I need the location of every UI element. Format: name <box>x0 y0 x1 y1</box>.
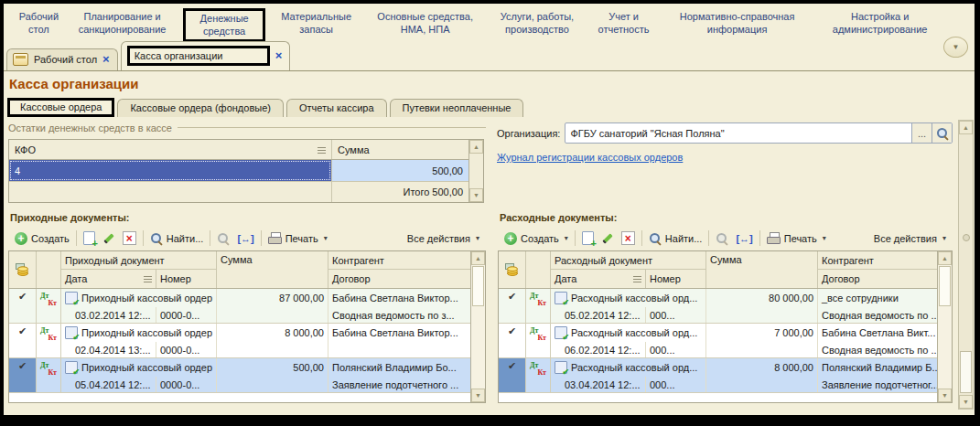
table-row[interactable]: ✔ ДтКт Расходный кассовый орд... 03.04.2… <box>499 358 937 393</box>
scroll-thumb[interactable] <box>472 266 484 306</box>
income-table: Приходный документ Дата Номер Сумма Конт… <box>8 250 486 403</box>
search-icon <box>150 232 163 245</box>
ellipsis-button[interactable]: ... <box>911 123 932 143</box>
table-row[interactable]: ✔ ДтКт Приходный кассовый ордер 03.02.20… <box>9 289 470 324</box>
all-actions-button[interactable]: Все действия▾ <box>870 231 950 246</box>
scroll-down-button[interactable]: ▼ <box>471 389 485 402</box>
lookup-button[interactable] <box>932 123 952 143</box>
column-header-date[interactable]: Дата <box>551 270 646 288</box>
column-width-button[interactable]: [↔] <box>233 231 257 246</box>
income-table-scrollbar[interactable]: ▲ ▼ <box>470 251 485 402</box>
contract: Сводная ведомость по з... <box>328 307 470 323</box>
scroll-down-button[interactable]: ▼ <box>469 188 483 202</box>
income-panel: Приходные документы: +Создать × Найти...… <box>8 211 486 403</box>
print-button[interactable]: Печать▾ <box>264 230 331 246</box>
check-icon: ✔ <box>508 361 516 371</box>
menu-item-8[interactable]: Нормативно-справочная информация <box>667 10 807 37</box>
table-row[interactable]: ✔ ДтКт Расходный кассовый орд... 06.02.2… <box>499 324 937 358</box>
edit-button[interactable] <box>99 230 119 247</box>
income-toolbar: +Создать × Найти... [↔] Печать▾ Все дейс… <box>8 226 486 250</box>
counterparty: Бабина Светлана Виктор... <box>328 289 470 307</box>
print-button[interactable]: Печать▾ <box>763 230 830 246</box>
find-button[interactable]: Найти... <box>645 230 706 247</box>
printer-icon <box>767 232 781 244</box>
subtab-3[interactable]: Отчеты кассира <box>286 99 387 117</box>
column-header-sum[interactable]: Сумма <box>706 251 818 288</box>
find-button[interactable]: Найти... <box>146 230 208 247</box>
table-row[interactable]: ✔ ДтКт Расходный кассовый орд... 05.02.2… <box>499 289 937 324</box>
close-icon[interactable]: × <box>275 51 283 60</box>
toolbar-separator <box>261 230 262 246</box>
clear-find-button[interactable] <box>213 230 233 247</box>
create-button[interactable]: +Создать▾ <box>501 230 572 247</box>
column-header-counterparty[interactable]: Контрагент <box>818 251 937 270</box>
scroll-up-button[interactable]: ▲ <box>469 140 483 154</box>
menu-item-7[interactable]: Учет и отчетность <box>591 10 656 37</box>
toolbar-separator <box>641 230 642 246</box>
copy-button[interactable] <box>80 229 99 247</box>
dtkt-posting-icon: ДтКт <box>530 361 546 377</box>
document-icon <box>555 292 567 304</box>
subtab-4[interactable]: Путевки неоплаченные <box>390 99 524 117</box>
delete-button[interactable]: × <box>618 229 639 247</box>
column-header-kfo[interactable]: КФО <box>9 140 331 159</box>
column-header-sum[interactable]: Сумма <box>331 140 468 159</box>
copy-button[interactable] <box>578 229 598 247</box>
column-header-document[interactable]: Расходный документ <box>551 251 706 270</box>
tab-cash-office[interactable]: Касса организации × <box>121 41 291 70</box>
column-header-sum[interactable]: Сумма <box>217 251 328 288</box>
document-icon <box>65 361 78 374</box>
column-width-button[interactable]: [↔] <box>732 231 756 246</box>
kfo-value[interactable]: 4 <box>9 160 331 181</box>
expense-table-scrollbar[interactable]: ▲ ▼ <box>937 251 952 402</box>
document-date: 02.04.2014 13:... <box>61 342 156 357</box>
menu-item-9[interactable]: Настройка и администрирование <box>818 10 942 37</box>
menu-item-5[interactable]: Основные средства, НМА, НПА <box>367 10 482 37</box>
column-header-number[interactable]: Номер <box>156 270 217 288</box>
delete-button[interactable]: × <box>119 229 140 247</box>
edit-button[interactable] <box>598 230 618 247</box>
table-row[interactable]: ✔ ДтКт Приходный кассовый ордер 02.04.20… <box>9 324 470 358</box>
subtab-2[interactable]: Кассовые ордера (фондовые) <box>117 99 283 117</box>
kfo-table-scrollbar[interactable]: ▲ ▼ <box>468 140 483 202</box>
column-header-counterparty[interactable]: Контрагент <box>328 251 470 270</box>
scroll-down-button[interactable]: ▼ <box>938 389 952 402</box>
menu-item-4[interactable]: Материальные запасы <box>276 10 357 37</box>
delete-icon: × <box>123 231 136 245</box>
all-actions-button[interactable]: Все действия▾ <box>404 231 483 246</box>
scroll-up-button[interactable]: ▲ <box>938 251 952 265</box>
table-row[interactable]: ✔ ДтКт Приходный кассовый ордер 05.04.20… <box>9 358 470 393</box>
column-header-date[interactable]: Дата <box>61 270 156 288</box>
scroll-up-button[interactable]: ▲ <box>959 121 973 134</box>
journal-link[interactable]: Журнал регистрации кассовых ордеров <box>497 152 683 163</box>
chevron-down-icon: ▾ <box>565 234 568 242</box>
scroll-up-button[interactable]: ▲ <box>471 251 485 265</box>
menu-overflow-button[interactable]: ▼ <box>943 37 968 58</box>
scroll-down-button[interactable]: ▼ <box>959 395 973 409</box>
create-button[interactable]: +Создать <box>11 230 73 247</box>
counterparty: Полянский Владимир Б... <box>818 358 937 377</box>
clear-find-button[interactable] <box>712 230 732 247</box>
expense-panel: Расходные документы: +Создать▾ × Найти..… <box>498 211 953 403</box>
kfo-row[interactable]: 4 500,00 <box>9 160 468 181</box>
close-icon[interactable]: × <box>102 55 110 64</box>
scrollbar-grip[interactable] <box>963 234 970 241</box>
document-date: 05.02.2014 12:... <box>551 307 646 323</box>
top-menu: Рабочий столПланирование и санкционирова… <box>4 4 975 45</box>
scroll-thumb[interactable] <box>939 266 951 306</box>
menu-item-2[interactable]: Планирование и санкционирование <box>72 10 173 37</box>
sum-value[interactable]: 500,00 <box>331 160 468 181</box>
page-scrollbar[interactable]: ▲ ▼ <box>958 120 974 410</box>
column-header-contract[interactable]: Договор <box>328 270 470 288</box>
subtab-1[interactable]: Кассовые ордера <box>7 98 114 117</box>
scroll-thumb[interactable] <box>960 351 972 393</box>
menu-item-1[interactable]: Рабочий стол <box>16 10 61 37</box>
organization-value[interactable]: ФГБУ санаторий "Ясная Поляна" <box>565 123 911 143</box>
menu-item-6[interactable]: Услуги, работы, производство <box>494 10 580 37</box>
column-header-number[interactable]: Номер <box>646 270 706 288</box>
tab-desktop[interactable]: Рабочий стол × <box>6 48 118 70</box>
column-header-document[interactable]: Приходный документ <box>61 251 217 270</box>
menu-item-3[interactable]: Денежные средства <box>183 8 265 42</box>
column-header-contract[interactable]: Договор <box>818 270 937 288</box>
organization-field[interactable]: ФГБУ санаторий "Ясная Поляна" ... <box>565 122 953 144</box>
